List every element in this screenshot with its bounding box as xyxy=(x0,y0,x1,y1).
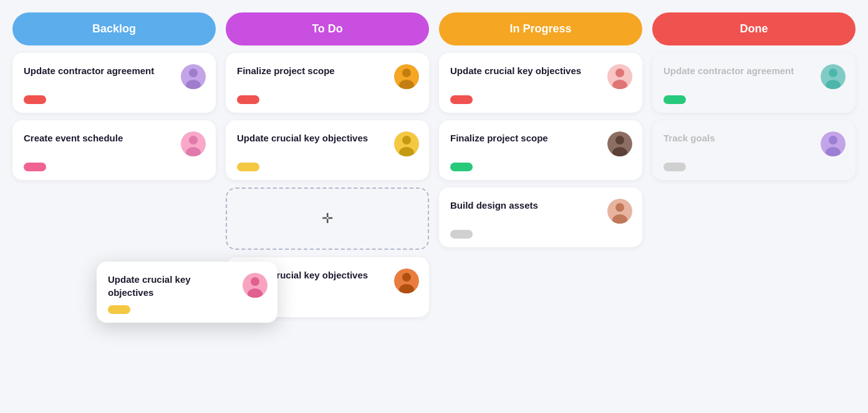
column-done: Done Update contractor agreement Track g… xyxy=(652,12,856,317)
card-backlog-1[interactable]: Update contractor agreement xyxy=(12,53,216,113)
svg-point-28 xyxy=(829,136,837,145)
card-title: Build design assets xyxy=(450,199,601,212)
card-title: Update contractor agreement xyxy=(663,64,814,77)
avatar xyxy=(394,64,419,89)
avatar xyxy=(821,64,846,89)
column-inprogress: In Progress Update crucial key objective… xyxy=(439,12,642,317)
card-title: Update contractor agreement xyxy=(24,64,175,77)
svg-point-4 xyxy=(189,136,198,145)
card-title: Finalize project scope xyxy=(450,131,601,145)
avatar xyxy=(181,64,206,89)
svg-point-7 xyxy=(402,69,411,77)
card-tag xyxy=(237,95,259,104)
card-todo-1[interactable]: Finalize project scope xyxy=(226,53,429,113)
avatar xyxy=(243,273,268,298)
avatar xyxy=(181,131,206,156)
card-title: Update crucial key objectives xyxy=(237,131,388,145)
card-inprogress-3[interactable]: Build design assets xyxy=(439,188,642,247)
card-tag xyxy=(24,95,46,104)
card-tag xyxy=(663,163,686,171)
card-drag-placeholder: ✛ xyxy=(226,188,429,250)
card-tag xyxy=(24,163,46,171)
avatar xyxy=(607,64,632,89)
avatar xyxy=(821,131,846,156)
svg-point-19 xyxy=(615,136,624,145)
card-tag xyxy=(663,95,686,104)
svg-point-31 xyxy=(251,277,259,286)
card-title: Update crucial key objectives xyxy=(108,273,236,299)
card-title: Track goals xyxy=(663,131,814,145)
avatar xyxy=(607,199,632,224)
avatar xyxy=(607,131,632,156)
column-header-inprogress[interactable]: In Progress xyxy=(439,12,642,45)
avatar xyxy=(394,131,419,156)
svg-point-13 xyxy=(402,273,411,282)
svg-point-25 xyxy=(829,69,837,77)
avatar xyxy=(394,268,419,293)
card-done-2[interactable]: Track goals xyxy=(652,120,856,180)
card-tag xyxy=(108,305,130,314)
card-tag xyxy=(450,163,473,171)
card-tag xyxy=(450,230,473,239)
svg-point-22 xyxy=(615,203,624,212)
svg-point-1 xyxy=(189,69,198,77)
svg-point-16 xyxy=(615,69,624,77)
move-icon: ✛ xyxy=(322,211,333,227)
column-header-backlog[interactable]: Backlog xyxy=(12,12,216,45)
card-todo-2[interactable]: Update crucial key objectives xyxy=(226,120,429,180)
card-inprogress-2[interactable]: Finalize project scope xyxy=(439,120,642,180)
column-header-done[interactable]: Done xyxy=(652,12,856,45)
card-done-1[interactable]: Update contractor agreement xyxy=(652,53,856,113)
card-title: Finalize project scope xyxy=(237,64,388,77)
card-tag xyxy=(450,95,473,104)
card-inprogress-1[interactable]: Update crucial key objectives xyxy=(439,53,642,113)
card-title: Create event schedule xyxy=(24,131,175,145)
card-title: Update crucial key objectives xyxy=(450,64,601,77)
card-backlog-2[interactable]: Create event schedule xyxy=(12,120,216,180)
floating-dragged-card[interactable]: Update crucial key objectives xyxy=(97,262,277,323)
card-tag xyxy=(237,163,259,171)
svg-point-10 xyxy=(402,136,411,145)
column-header-todo[interactable]: To Do xyxy=(226,12,429,45)
